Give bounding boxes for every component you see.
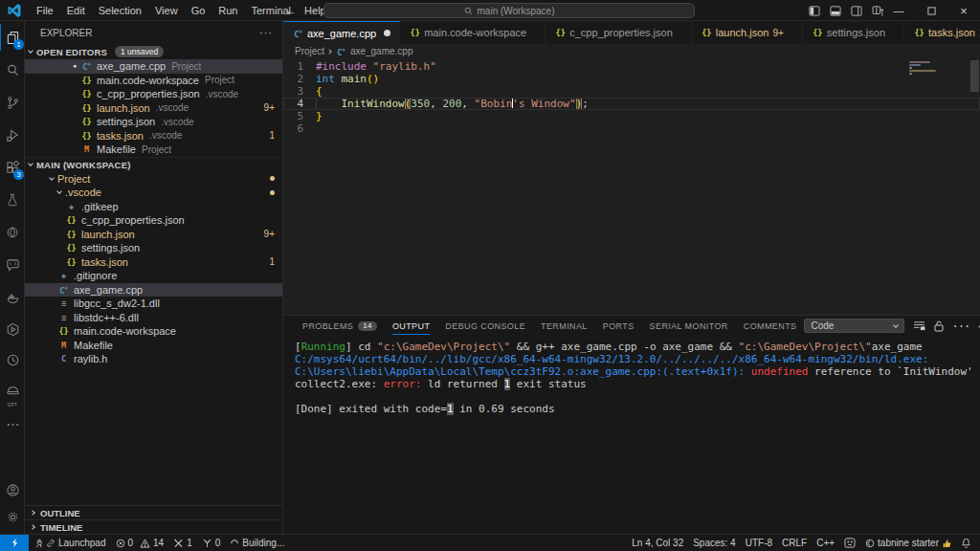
hexagon-play-icon[interactable] <box>0 316 25 342</box>
search-view-icon[interactable] <box>0 56 25 83</box>
tree-file-item[interactable]: {}tasks.json1 <box>25 255 282 270</box>
docker-whale-icon[interactable] <box>0 284 25 311</box>
tree-file-item[interactable]: {}launch.json9+ <box>25 228 282 242</box>
workspace-section-header[interactable]: MAIN (WORKSPACE) <box>25 157 282 172</box>
tree-file-item[interactable]: {}settings.json <box>25 241 282 255</box>
open-editor-item[interactable]: {}main.code-workspaceProject <box>25 74 282 88</box>
code-chat-icon[interactable] <box>0 252 25 278</box>
explorer-icon[interactable]: 1 <box>0 24 25 51</box>
editor-tab[interactable]: C+axe_game.cpp <box>283 21 400 44</box>
breadcrumb-file[interactable]: axe_game.cpp <box>350 46 413 56</box>
panel-tab-terminal[interactable]: TERMINAL <box>533 316 595 336</box>
json-file-icon: {} <box>65 230 78 239</box>
open-editor-item[interactable]: {}tasks.json.vscode1 <box>25 129 282 143</box>
openai-chatgpt-icon[interactable] <box>0 219 25 246</box>
unlock-icon[interactable] <box>934 320 944 332</box>
run-debug-icon[interactable] <box>0 121 25 148</box>
menu-run[interactable]: Run <box>212 0 244 21</box>
editor-tab[interactable]: {}launch.json9+ <box>692 21 803 44</box>
minimize-button[interactable]: — <box>882 0 915 21</box>
tree-file-item[interactable]: {}main.code-workspace <box>25 324 282 339</box>
account-icon[interactable] <box>0 476 25 503</box>
tabnine-status[interactable]: tabnine starter <box>860 538 956 548</box>
toggle-panel-icon[interactable] <box>830 6 841 16</box>
minimap[interactable] <box>909 61 938 76</box>
editor-tab[interactable]: {}main.code-workspace <box>400 21 546 44</box>
open-editor-item[interactable]: MMakefileProject <box>25 143 282 157</box>
close-window-button[interactable]: × <box>947 0 980 21</box>
timeline-section-header[interactable]: TIMELINE <box>25 519 282 534</box>
output-console[interactable]: [Running] cd "c:\GameDev\Project\" && g+… <box>283 336 980 534</box>
panel-tab-comments[interactable]: COMMENTS <box>736 316 805 336</box>
testing-flask-icon[interactable] <box>0 187 25 213</box>
tree-file-item[interactable]: MMakefile <box>25 339 282 353</box>
problems-status[interactable]: 0 14 <box>111 535 169 551</box>
eol-status[interactable]: CRLF <box>777 538 812 548</box>
tree-file-item[interactable]: ≡libstdc++-6.dll <box>25 311 282 325</box>
tree-folder-item[interactable]: Project <box>25 172 282 187</box>
open-editor-item[interactable]: ●C+axe_game.cppProject <box>25 59 282 74</box>
launchpad-button[interactable]: Launchpad <box>29 535 111 551</box>
indentation-status[interactable]: Spaces: 4 <box>688 538 740 548</box>
editor-tab[interactable]: {}tasks.json1 <box>904 21 980 44</box>
menu-edit[interactable]: Edit <box>60 0 92 21</box>
editor-scrollbar[interactable] <box>970 60 979 92</box>
clock-gauge-icon[interactable] <box>0 346 25 373</box>
open-editors-section-header[interactable]: OPEN EDITORS 1 unsaved <box>25 44 282 59</box>
maximize-button[interactable] <box>915 0 947 21</box>
back-arrow-icon[interactable]: ← <box>285 4 297 17</box>
tools-status[interactable]: 1 <box>168 535 197 551</box>
menu-file[interactable]: File <box>30 0 60 21</box>
notifications-bell-icon[interactable] <box>956 538 980 548</box>
tree-file-item[interactable]: ≡libgcc_s_dw2-1.dll <box>25 297 282 311</box>
output-settings-icon[interactable] <box>913 320 925 331</box>
settings-gear-icon[interactable] <box>0 503 25 530</box>
editor-tab[interactable]: {}c_cpp_properties.json <box>546 21 692 44</box>
additional-views-icon[interactable] <box>0 411 25 438</box>
forward-arrow-icon[interactable]: → <box>306 4 318 17</box>
tree-file-item[interactable]: ◆.gitignore <box>25 269 282 283</box>
outline-section-header[interactable]: OUTLINE <box>25 505 282 519</box>
code-editor[interactable]: 1#include "raylib.h"2int main()3{4 InitW… <box>283 58 980 315</box>
broadcast-status[interactable]: 0 <box>197 535 226 551</box>
remote-indicator-button[interactable] <box>0 535 29 551</box>
problems-count-badge: 14 <box>358 321 377 331</box>
tree-file-item[interactable]: ◆.gitkeep <box>25 200 282 214</box>
explorer-more-actions-icon[interactable]: ··· <box>259 27 273 38</box>
editor-tab[interactable]: {}settings.json <box>803 21 904 44</box>
tree-file-item[interactable]: Craylib.h <box>25 352 282 366</box>
gpt-captain-icon[interactable]: GPT <box>0 377 25 404</box>
language-mode-status[interactable]: C++ <box>812 538 839 548</box>
encoding-status[interactable]: UTF-8 <box>741 538 777 548</box>
panel-tab-problems[interactable]: PROBLEMS14 <box>295 316 385 336</box>
cursor-position-status[interactable]: Ln 4, Col 32 <box>627 538 688 548</box>
open-editor-item[interactable]: {}c_cpp_properties.json.vscode <box>25 87 282 101</box>
open-editor-item[interactable]: {}settings.json.vscode <box>25 115 282 129</box>
panel-more-actions-icon[interactable]: ··· <box>952 318 970 335</box>
extensions-icon[interactable]: 3 <box>0 154 25 181</box>
building-status[interactable]: Building... <box>225 535 289 551</box>
toggle-secondary-sidebar-icon[interactable] <box>851 6 862 16</box>
building-label: Building... <box>242 538 284 548</box>
menu-selection[interactable]: Selection <box>92 0 148 21</box>
output-channel-select[interactable]: Code <box>804 319 904 333</box>
tree-folder-item[interactable]: .vscode <box>25 186 282 200</box>
breadcrumb-folder[interactable]: Project <box>295 46 324 56</box>
panel-tab-output[interactable]: OUTPUT <box>385 316 437 336</box>
menu-view[interactable]: View <box>148 0 185 21</box>
toggle-sidebar-icon[interactable] <box>809 6 820 16</box>
broadcast-count: 0 <box>215 538 221 548</box>
panel-tab-ports[interactable]: PORTS <box>595 316 642 336</box>
breadcrumb[interactable]: Project C+ axe_game.cpp <box>283 44 980 58</box>
panel-tab-serial-monitor[interactable]: SERIAL MONITOR <box>642 316 736 336</box>
source-control-icon[interactable] <box>0 89 25 116</box>
warning-triangle-icon <box>140 539 150 548</box>
tree-file-item[interactable]: {}c_cpp_properties.json <box>25 213 282 228</box>
feedback-smiley-icon[interactable] <box>839 538 860 548</box>
menu-go[interactable]: Go <box>185 0 212 21</box>
command-center-search[interactable]: main (Workspace) <box>323 3 695 18</box>
open-editor-item[interactable]: {}launch.json.vscode9+ <box>25 101 282 116</box>
tree-file-item[interactable]: C+axe_game.cpp <box>25 283 282 298</box>
panel-tab-debug-console[interactable]: DEBUG CONSOLE <box>437 316 533 336</box>
extensions-badge: 3 <box>13 169 24 180</box>
